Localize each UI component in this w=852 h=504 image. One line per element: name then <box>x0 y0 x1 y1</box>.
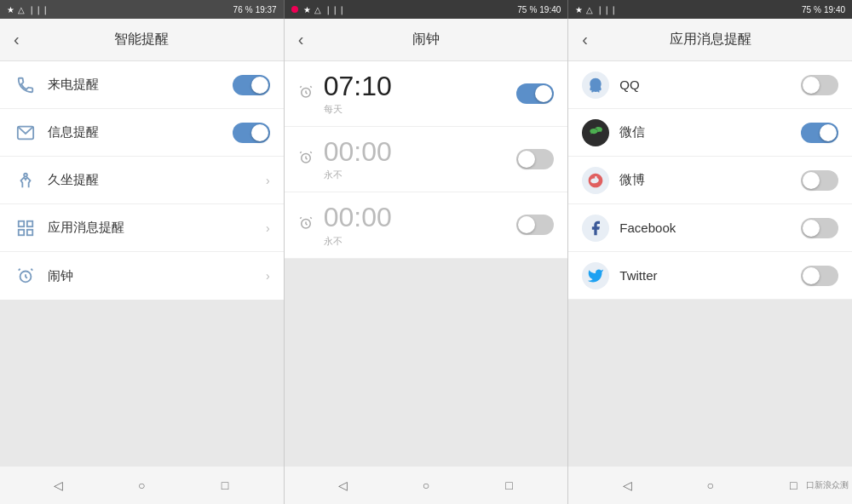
nav-bar: ◁ ○ □ ◁ ○ □ ◁ ○ □ 口新浪众测 <box>0 467 852 504</box>
weibo-toggle[interactable] <box>801 170 838 191</box>
screen-app-notify: ‹ 应用消息提醒 QQ <box>568 19 852 467</box>
facebook-toggle[interactable] <box>801 218 838 238</box>
nav-back-2[interactable]: ◁ <box>330 472 355 498</box>
signal-icon-1: ❘❘❘ <box>28 5 49 14</box>
svg-line-16 <box>300 218 302 220</box>
list-item-call-remind[interactable]: 来电提醒 <box>0 61 284 109</box>
battery-1: 76 <box>233 5 243 14</box>
facebook-icon <box>582 215 609 242</box>
call-remind-toggle[interactable] <box>233 75 270 95</box>
message-remind-toggle[interactable] <box>233 123 270 143</box>
back-button-3[interactable]: ‹ <box>582 30 588 49</box>
alarm-item-2[interactable]: 00:00 永不 <box>285 127 568 192</box>
chevron-icon-3: › <box>266 269 270 283</box>
screen-alarm: ‹ 闹钟 07:10 每天 <box>285 19 569 467</box>
battery-2: 75 <box>517 5 527 14</box>
svg-line-10 <box>300 86 302 88</box>
nav-back-1[interactable]: ◁ <box>46 472 72 498</box>
back-button-2[interactable]: ‹ <box>298 30 304 49</box>
nav-home-3[interactable]: ○ <box>698 472 723 498</box>
nav-section-2: ◁ ○ □ <box>285 472 568 498</box>
bt-icon-2: ★ <box>303 5 311 14</box>
twitter-toggle[interactable] <box>801 266 838 286</box>
alarm-sub-3: 永不 <box>324 235 517 248</box>
nav-recent-1[interactable]: □ <box>212 472 238 498</box>
svg-line-11 <box>310 86 312 88</box>
sitting-icon <box>14 169 37 192</box>
app-item-qq[interactable]: QQ <box>568 61 852 109</box>
alarm-time-block-2: 00:00 永不 <box>324 137 517 181</box>
wifi-icon-3: △ <box>586 5 593 14</box>
alarm-sub-2: 永不 <box>324 169 517 181</box>
list-item-sitting-remind[interactable]: 久坐提醒 › <box>0 157 284 204</box>
phone-icon <box>14 73 37 97</box>
time-2: 19:40 <box>539 5 561 14</box>
status-icons-2: ★ △ ❘❘❘ <box>291 5 345 14</box>
sitting-remind-label: 久坐提醒 <box>48 172 266 188</box>
twitter-label: Twitter <box>619 268 801 283</box>
weibo-icon <box>582 167 609 194</box>
wechat-icon <box>582 119 609 146</box>
status-bar-3: ★ △ ❘❘❘ 75 % 19:40 <box>568 0 852 19</box>
svg-rect-5 <box>27 229 32 234</box>
topbar-1: ‹ 智能提醒 <box>0 19 284 61</box>
topbar-2: ‹ 闹钟 <box>285 19 568 61</box>
qq-icon <box>582 72 609 99</box>
list-item-app-notify[interactable]: 应用消息提醒 › <box>0 204 284 252</box>
alarm-toggle-1[interactable] <box>516 83 554 104</box>
signal-icon-3: ❘❘❘ <box>596 5 617 14</box>
alarm-label: 闹钟 <box>48 268 266 284</box>
watermark-text: 口新浪众测 <box>806 479 849 491</box>
alarm-time-3: 00:00 <box>324 203 517 232</box>
alarm-time-block-3: 00:00 永不 <box>324 203 517 247</box>
twitter-icon <box>582 262 609 289</box>
chevron-icon-1: › <box>266 174 270 187</box>
alarm-item-1[interactable]: 07:10 每天 <box>285 61 568 127</box>
message-remind-label: 信息提醒 <box>48 124 233 140</box>
back-button-1[interactable]: ‹ <box>14 30 20 49</box>
nav-section-3: ◁ ○ □ 口新浪众测 <box>568 472 852 498</box>
alarm-clock-icon-s1 <box>14 264 37 288</box>
alarm-time-1: 07:10 <box>324 72 517 101</box>
qq-toggle[interactable] <box>801 75 838 95</box>
bt-icon-3: ★ <box>575 5 583 14</box>
bt-icon-1: ★ <box>7 5 14 14</box>
screen3-title: 应用消息提醒 <box>670 31 751 49</box>
status-bar-2: ★ △ ❘❘❘ 75 % 19:40 <box>285 0 568 19</box>
screen1-title: 智能提醒 <box>114 31 169 49</box>
status-right-2: 75 % 19:40 <box>517 5 561 14</box>
alarm-list: 07:10 每天 00:00 <box>285 61 568 259</box>
alarm-sub-1: 每天 <box>324 103 517 116</box>
topbar-3: ‹ 应用消息提醒 <box>568 19 852 61</box>
svg-line-7 <box>19 269 20 271</box>
facebook-label: Facebook <box>619 220 801 235</box>
red-dot-2 <box>291 6 298 13</box>
status-right-3: 75 % 19:40 <box>802 5 845 14</box>
svg-line-17 <box>310 218 312 220</box>
app-item-twitter[interactable]: Twitter <box>568 252 852 300</box>
nav-recent-3[interactable]: □ <box>780 472 806 498</box>
grid-icon <box>14 216 37 240</box>
screen-smart-remind: ‹ 智能提醒 来电提醒 <box>0 19 285 467</box>
wechat-toggle[interactable] <box>801 123 838 143</box>
app-item-wechat[interactable]: 微信 <box>568 109 852 157</box>
nav-recent-2[interactable]: □ <box>497 472 522 498</box>
status-icons-3: ★ △ ❘❘❘ <box>575 5 617 14</box>
chevron-icon-2: › <box>266 221 270 235</box>
nav-back-3[interactable]: ◁ <box>614 472 640 498</box>
wifi-icon-1: △ <box>18 5 25 14</box>
call-remind-toggle-container <box>233 75 270 95</box>
app-item-facebook[interactable]: Facebook <box>568 204 852 252</box>
alarm-toggle-3[interactable] <box>516 215 554 235</box>
list-item-alarm[interactable]: 闹钟 › <box>0 252 284 300</box>
svg-rect-3 <box>27 220 32 226</box>
app-list: QQ 微信 <box>568 61 852 300</box>
alarm-toggle-2[interactable] <box>516 149 554 169</box>
nav-home-1[interactable]: ○ <box>129 472 154 498</box>
envelope-icon <box>14 121 37 145</box>
weibo-label: 微博 <box>619 172 801 188</box>
app-item-weibo[interactable]: 微博 <box>568 157 852 204</box>
nav-home-2[interactable]: ○ <box>413 472 439 498</box>
list-item-message-remind[interactable]: 信息提醒 <box>0 109 284 157</box>
alarm-item-3[interactable]: 00:00 永不 <box>285 192 568 258</box>
